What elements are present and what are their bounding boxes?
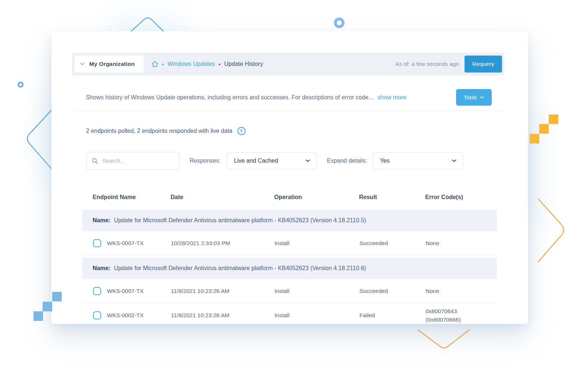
row-checkbox[interactable] <box>93 239 101 247</box>
cell-operation: Install <box>275 288 359 294</box>
cell-result: Succeeded <box>359 240 426 247</box>
cell-error-codes: 0x80070643(0x80070666) <box>426 307 497 324</box>
chevron-down-icon <box>452 159 456 162</box>
header-bar: My Organization • Windows Updates • Upda… <box>72 53 504 75</box>
breadcrumb-current: Update History <box>224 61 263 67</box>
decor-donut-small <box>18 82 23 87</box>
column-header-date: Date <box>171 194 274 201</box>
column-header-error-codes: Error Code(s) <box>425 194 497 201</box>
decor-square-yellow <box>539 124 549 134</box>
expand-details-value: Yes <box>380 158 390 164</box>
cell-endpoint-name: WKS-0007-TX <box>107 240 171 247</box>
poll-summary: 2 endpoints polled, 2 endpoints responde… <box>86 125 245 137</box>
table-row: WKS-0007-TX11/8/2021 10:23:26 AMInstallS… <box>82 279 497 303</box>
breadcrumb-windows-updates[interactable]: Windows Updates <box>168 61 215 67</box>
search-box <box>86 152 180 170</box>
filter-bar: Responses: Live and Cached Expand detail… <box>86 152 463 170</box>
requery-button[interactable]: Requery <box>465 56 502 72</box>
responses-value: Live and Cached <box>234 158 278 164</box>
decor-square-blue <box>33 311 43 321</box>
row-checkbox[interactable] <box>93 311 101 319</box>
home-icon[interactable] <box>151 61 158 67</box>
app-card: My Organization • Windows Updates • Upda… <box>51 31 528 324</box>
cell-result: Failed <box>359 312 426 319</box>
cell-result: Succeeded <box>359 288 426 294</box>
chevron-down-icon <box>305 159 310 162</box>
search-icon <box>92 158 98 164</box>
cell-date: 10/28/2021 2:33:03 PM <box>171 240 275 247</box>
org-selector-label: My Organization <box>89 61 135 67</box>
group-header-row: Name:Update for Microsoft Defender Antiv… <box>82 258 497 279</box>
decor-left-chevron <box>28 109 53 170</box>
group-header-row: Name:Update for Microsoft Defender Antiv… <box>82 210 497 231</box>
breadcrumb-separator: • <box>162 61 164 67</box>
search-input[interactable] <box>102 158 175 164</box>
group-name-label: Name: <box>93 217 111 224</box>
cell-error-codes: None <box>426 287 497 295</box>
group-name-value: Update for Microsoft Defender Antivirus … <box>114 265 366 272</box>
decor-square-yellow <box>549 114 558 124</box>
breadcrumb: • Windows Updates • Update History <box>151 61 263 67</box>
column-header-operation: Operation <box>274 194 359 201</box>
poll-summary-text: 2 endpoints polled, 2 endpoints responde… <box>86 128 233 134</box>
table-row: WKS-0002-TX11/8/2021 10:23:26 AMInstallF… <box>82 303 497 324</box>
responses-label: Responses: <box>190 158 221 164</box>
decor-square-blue <box>52 292 62 301</box>
as-of-timestamp: As of: a few seconds ago <box>395 61 459 67</box>
group-name-value: Update for Microsoft Defender Antivirus … <box>114 217 366 224</box>
page-background: { "header": { "org_selector": "My Organi… <box>0 0 588 368</box>
cell-date: 11/8/2021 10:23:26 AM <box>171 288 275 294</box>
column-header-endpoint-name: Endpoint Name <box>93 194 171 201</box>
cell-date: 11/8/2021 10:23:26 AM <box>171 312 275 319</box>
column-header-result: Result <box>359 194 425 201</box>
expand-details-select[interactable]: Yes <box>373 152 463 169</box>
decor-square-yellow <box>530 134 539 144</box>
description-text: Shows history of Windows Update operatio… <box>86 94 374 101</box>
chevron-down-icon <box>80 63 85 66</box>
table-header-row: Endpoint Name Date Operation Result Erro… <box>82 190 497 205</box>
row-checkbox[interactable] <box>93 287 101 295</box>
breadcrumb-separator: • <box>219 61 220 67</box>
cell-endpoint-name: WKS-0002-TX <box>107 312 171 319</box>
org-selector[interactable]: My Organization <box>75 56 144 72</box>
description-row: Shows history of Windows Update operatio… <box>74 84 504 111</box>
update-history-table: Endpoint Name Date Operation Result Erro… <box>82 190 497 324</box>
cell-endpoint-name: WKS-0007-TX <box>107 288 171 294</box>
chevron-down-icon <box>480 96 484 99</box>
cell-error-codes: None <box>426 239 497 247</box>
decor-bottom-v <box>418 329 470 348</box>
expand-details-label: Expand details: <box>327 158 367 164</box>
cell-operation: Install <box>275 240 359 247</box>
responses-select[interactable]: Live and Cached <box>227 152 317 169</box>
decor-square-blue <box>43 302 52 311</box>
tools-button[interactable]: Tools <box>456 89 492 106</box>
table-body: Name:Update for Microsoft Defender Antiv… <box>82 210 497 324</box>
tools-button-label: Tools <box>464 94 477 101</box>
table-row: WKS-0007-TX10/28/2021 2:33:03 PMInstallS… <box>82 231 497 255</box>
show-more-link[interactable]: show more <box>377 94 406 101</box>
help-icon[interactable]: ? <box>237 127 245 135</box>
decor-right-chevron <box>538 199 564 262</box>
group-name-label: Name: <box>93 265 111 272</box>
decor-donut-large <box>336 19 343 27</box>
cell-operation: Install <box>275 312 359 319</box>
